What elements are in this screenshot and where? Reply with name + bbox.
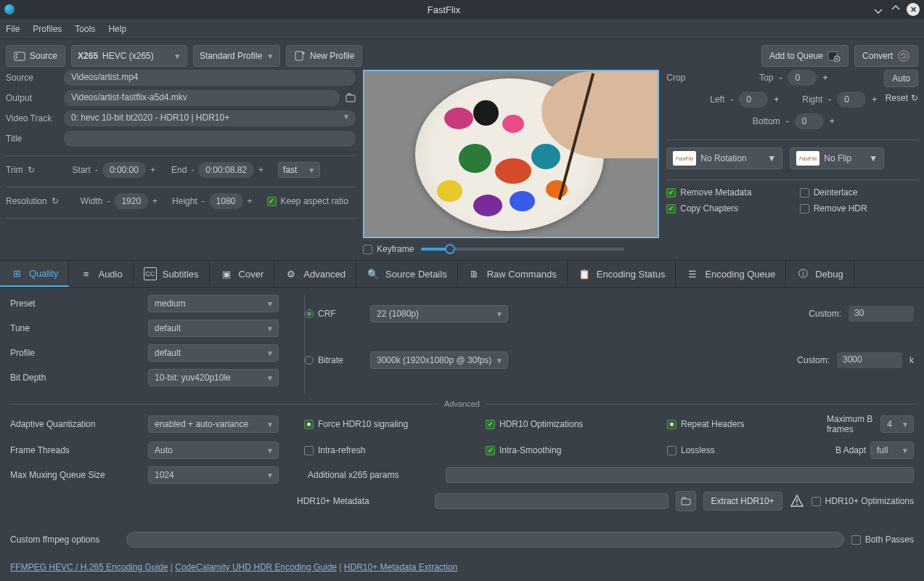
crop-left-plus[interactable]: + bbox=[774, 94, 779, 105]
title-field[interactable] bbox=[64, 131, 356, 147]
browse-output-icon[interactable] bbox=[346, 93, 356, 103]
crop-top-minus[interactable]: - bbox=[779, 73, 782, 83]
slider-thumb[interactable] bbox=[445, 244, 455, 254]
hdr10plus-opt-checkbox[interactable]: HDR10+ Optimizations bbox=[811, 496, 914, 506]
link-ffmpeg-guide[interactable]: FFMPEG HEVC / H.265 Encoding Guide bbox=[10, 562, 168, 572]
frame-threads-select[interactable]: Auto▼ bbox=[148, 442, 279, 459]
bitrate-select[interactable]: 3000k (1920x1080p @ 30fps)▼ bbox=[370, 352, 508, 369]
convert-button[interactable]: Convert bbox=[854, 45, 918, 67]
close-button[interactable]: ✕ bbox=[907, 3, 920, 16]
crop-right-plus[interactable]: + bbox=[872, 94, 877, 105]
browse-hdr10-button[interactable] bbox=[676, 491, 696, 511]
end-time-input[interactable]: 0:00:08.82 bbox=[198, 162, 254, 178]
main-toolbar: Source X265 HEVC (x265) ▼ Standard Profi… bbox=[0, 39, 924, 70]
height-input[interactable]: 1080 bbox=[209, 193, 243, 209]
crop-bottom-input[interactable]: 0 bbox=[795, 113, 824, 129]
resolution-reset-icon[interactable]: ↻ bbox=[52, 196, 59, 206]
tab-encoding-queue[interactable]: ☰Encoding Queue bbox=[676, 261, 786, 287]
link-hdr10-extraction[interactable]: HDR10+ Metadata Extraction bbox=[344, 562, 457, 572]
trim-exact-select[interactable]: fast ▼ bbox=[278, 162, 320, 178]
crop-auto-button[interactable]: Auto bbox=[884, 70, 918, 87]
crf-custom-input[interactable]: 30 bbox=[849, 306, 914, 322]
tab-cover[interactable]: ▣Cover bbox=[210, 261, 275, 287]
menu-help[interactable]: Help bbox=[108, 24, 126, 34]
link-codecalamity-guide[interactable]: CodeCalamity UHD HDR Encoding Guide bbox=[175, 562, 337, 572]
crf-radio[interactable]: CRF bbox=[305, 309, 363, 319]
crop-left-input[interactable]: 0 bbox=[739, 92, 768, 107]
profile-select[interactable]: default▼ bbox=[148, 344, 279, 362]
rotation-select[interactable]: FastFlix No Rotation ▼ bbox=[666, 147, 782, 169]
extract-hdr10-button[interactable]: Extract HDR10+ bbox=[703, 492, 782, 511]
height-plus[interactable]: + bbox=[248, 196, 253, 206]
force-hdr10-checkbox[interactable]: ■Force HDR10 signaling bbox=[304, 419, 471, 429]
crop-top-plus[interactable]: + bbox=[822, 73, 827, 83]
copy-chapters-checkbox[interactable]: ✓Copy Chapters bbox=[666, 203, 785, 214]
menu-file[interactable]: File bbox=[6, 24, 20, 34]
remove-metadata-checkbox[interactable]: ✓Remove Metadata bbox=[666, 187, 785, 198]
trim-reset-icon[interactable]: ↻ bbox=[28, 165, 35, 175]
tab-subtitles[interactable]: CCSubtitles bbox=[134, 261, 210, 287]
video-track-select[interactable]: 0: hevc 10-bit bt2020 - HDR10 | HDR10+ ▼ bbox=[64, 110, 356, 126]
crop-bottom-plus[interactable]: + bbox=[830, 116, 835, 126]
crop-left-minus[interactable]: - bbox=[730, 94, 733, 105]
preset-select[interactable]: medium▼ bbox=[148, 295, 279, 312]
crop-right-input[interactable]: 0 bbox=[837, 92, 866, 107]
intra-refresh-checkbox[interactable]: Intra-refresh bbox=[304, 445, 471, 455]
crop-top-input[interactable]: 0 bbox=[788, 70, 817, 86]
output-field[interactable]: Videos/artist-fastflix-a5d4.mkv bbox=[64, 90, 340, 106]
additional-params-input[interactable] bbox=[446, 467, 914, 483]
crf-select[interactable]: 22 (1080p)▼ bbox=[370, 305, 508, 322]
tab-advanced[interactable]: ⚙Advanced bbox=[274, 261, 356, 287]
both-passes-checkbox[interactable]: Both Passes bbox=[851, 535, 914, 545]
start-plus[interactable]: + bbox=[150, 165, 155, 175]
maximize-icon[interactable] bbox=[889, 3, 902, 16]
bitrate-radio[interactable]: Bitrate bbox=[305, 355, 363, 365]
hdr10-metadata-input[interactable] bbox=[435, 493, 669, 509]
remove-hdr-checkbox[interactable]: Remove HDR bbox=[800, 203, 918, 214]
intra-smoothing-checkbox[interactable]: ✓Intra-Smoothing bbox=[486, 445, 653, 455]
new-profile-button[interactable]: New Profile bbox=[286, 45, 362, 67]
start-time-input[interactable]: 0:00:00 bbox=[102, 162, 146, 178]
encoder-select[interactable]: X265 HEVC (x265) ▼ bbox=[71, 45, 187, 67]
max-b-select[interactable]: 4▼ bbox=[880, 415, 914, 433]
source-field[interactable]: Videos/artist.mp4 bbox=[64, 70, 356, 86]
preview-slider[interactable] bbox=[421, 248, 624, 251]
aq-select[interactable]: enabled + auto-variance▼ bbox=[148, 415, 279, 433]
repeat-headers-checkbox[interactable]: ■Repeat Headers bbox=[667, 419, 812, 429]
tab-debug[interactable]: ⓘDebug bbox=[786, 261, 854, 287]
add-to-queue-button[interactable]: Add to Queue bbox=[761, 45, 849, 67]
b-adapt-select[interactable]: full▼ bbox=[870, 442, 914, 459]
menu-tools[interactable]: Tools bbox=[75, 24, 95, 34]
profile-select[interactable]: Standard Profile ▼ bbox=[193, 45, 280, 67]
crop-reset-button[interactable]: Reset ↻ bbox=[886, 93, 918, 103]
tab-quality[interactable]: ⊞Quality bbox=[0, 261, 69, 287]
source-button[interactable]: Source bbox=[6, 45, 65, 67]
end-plus[interactable]: + bbox=[258, 165, 263, 175]
width-plus[interactable]: + bbox=[152, 196, 158, 206]
max-mux-select[interactable]: 1024▼ bbox=[148, 466, 279, 484]
start-minus[interactable]: - bbox=[95, 165, 98, 175]
video-preview[interactable] bbox=[363, 70, 659, 238]
tab-source-details[interactable]: 🔍Source Details bbox=[356, 261, 458, 287]
width-minus[interactable]: - bbox=[107, 196, 110, 206]
end-minus[interactable]: - bbox=[191, 165, 194, 175]
bitrate-custom-input[interactable]: 3000 bbox=[837, 352, 902, 368]
keep-aspect-checkbox[interactable]: ✓ Keep aspect ratio bbox=[267, 196, 348, 206]
width-input[interactable]: 1920 bbox=[114, 193, 148, 209]
keyframe-checkbox[interactable]: Keyframe bbox=[363, 244, 414, 254]
tab-audio[interactable]: ≡Audio bbox=[69, 261, 133, 287]
flip-select[interactable]: FastFlix No Flip ▼ bbox=[790, 147, 884, 169]
custom-ffmpeg-input[interactable] bbox=[126, 532, 844, 548]
lossless-checkbox[interactable]: Lossless bbox=[667, 445, 812, 455]
tab-encoding-status[interactable]: 📋Encoding Status bbox=[568, 261, 676, 287]
hdr10-opt-checkbox[interactable]: ✓HDR10 Optimizations bbox=[486, 419, 653, 429]
crop-right-minus[interactable]: - bbox=[828, 94, 831, 105]
tab-raw-commands[interactable]: 🗎Raw Commands bbox=[458, 261, 568, 287]
height-minus[interactable]: - bbox=[202, 196, 205, 206]
menu-profiles[interactable]: Profiles bbox=[33, 24, 62, 34]
deinterlace-checkbox[interactable]: Deinterlace bbox=[800, 187, 918, 198]
crop-bottom-minus[interactable]: - bbox=[786, 116, 789, 126]
minimize-icon[interactable] bbox=[872, 3, 885, 16]
tune-select[interactable]: default▼ bbox=[148, 320, 279, 337]
bitdepth-select[interactable]: 10-bit: yuv420p10le▼ bbox=[148, 369, 279, 386]
